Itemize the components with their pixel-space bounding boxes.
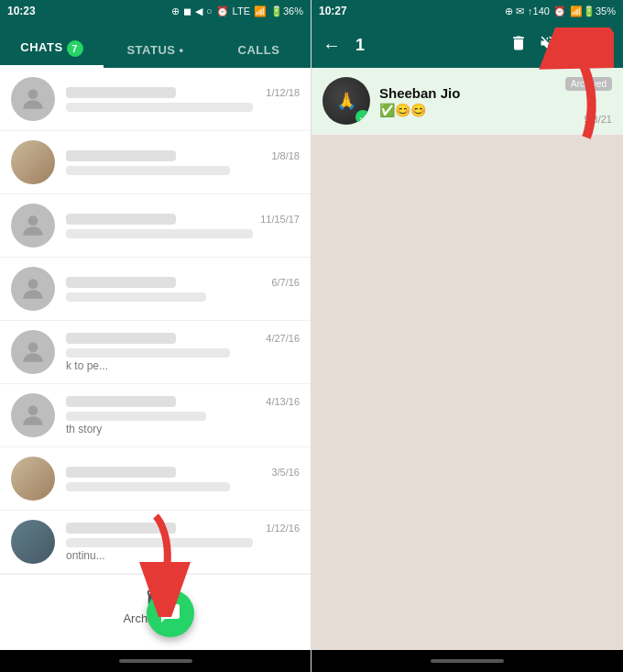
chat-list: 1/12/18 1/8/18 11/15/17 — [0, 68, 311, 650]
tab-status[interactable]: STATUS • — [104, 43, 207, 68]
back-button[interactable]: ← — [319, 31, 344, 60]
time-right: 10:27 — [319, 5, 347, 17]
chat-date: 1/8/18 — [271, 150, 300, 161]
chat-area — [312, 135, 623, 650]
archived-badge: Archived — [565, 77, 612, 91]
chat-name — [66, 150, 176, 161]
chat-content: 6/7/16 — [66, 277, 300, 302]
chat-name — [66, 467, 176, 478]
chat-preview — [66, 229, 253, 238]
status-bar-left: 10:23 ⊕ ◼ ◀ ○ ⏰ LTE 📶 🔋36% — [0, 0, 311, 22]
tab-chats[interactable]: CHATS7 — [0, 40, 104, 68]
chat-preview — [66, 348, 230, 358]
chat-date: 11/15/17 — [260, 214, 300, 225]
avatar — [11, 330, 55, 374]
chat-name — [66, 87, 176, 98]
svg-point-0 — [28, 89, 38, 99]
chat-name — [66, 277, 176, 288]
mute-icon[interactable] — [539, 34, 557, 57]
chat-item[interactable]: 6/7/16 — [0, 258, 311, 321]
chat-preview — [66, 538, 253, 547]
chat-item[interactable]: 1/12/16 ontinu... — [0, 511, 311, 574]
chat-name — [66, 333, 176, 344]
chat-date: 6/7/16 — [271, 277, 300, 288]
chat-content: 1/12/18 — [66, 87, 300, 112]
svg-point-4 — [28, 405, 38, 415]
chat-content: 11/15/17 — [66, 214, 300, 238]
contact-date: 5/3/21 — [584, 114, 612, 125]
chat-name — [66, 523, 176, 534]
chat-preview — [66, 166, 230, 175]
tab-calls[interactable]: CALLS — [207, 43, 311, 68]
chat-preview — [66, 292, 206, 302]
svg-point-2 — [28, 279, 38, 289]
selected-count: 1 — [355, 36, 504, 55]
chat-date: 4/27/16 — [266, 333, 300, 344]
chat-preview — [66, 103, 253, 112]
verified-badge — [355, 110, 370, 125]
svg-point-1 — [28, 215, 38, 226]
action-icons — [509, 34, 616, 57]
chat-name — [66, 396, 176, 407]
avatar — [11, 267, 55, 311]
chat-content: 4/13/16 th story — [66, 396, 300, 435]
chat-item[interactable]: 1/12/18 — [0, 68, 311, 131]
chat-date: 1/12/18 — [266, 87, 300, 98]
chat-name — [66, 214, 176, 225]
chat-item[interactable]: 4/27/16 k to pe... — [0, 321, 311, 384]
svg-point-3 — [28, 342, 38, 352]
chat-item[interactable]: 3/5/16 — [0, 447, 311, 511]
new-chat-fab[interactable] — [147, 589, 194, 637]
action-bar: ← 1 — [312, 22, 623, 68]
avatar — [11, 393, 55, 437]
nav-bar-left — [119, 659, 192, 663]
delete-icon[interactable] — [509, 34, 528, 57]
more-icon[interactable] — [597, 34, 616, 57]
status-bar-right: 10:27 ⊕ ✉ ↑140 ⏰ 📶🔋35% — [312, 0, 623, 22]
contact-status: ✅😊😊 — [379, 103, 612, 117]
avatar — [11, 520, 55, 564]
chat-preview — [66, 412, 206, 421]
chat-preview-text: th story — [66, 423, 300, 435]
chat-preview-text: k to pe... — [66, 359, 300, 372]
bottom-nav-right — [312, 650, 623, 672]
contact-item[interactable]: 🙏 Sheeban Jio ✅😊😊 Archived 5/3/21 — [312, 68, 623, 135]
tabs-bar: CHATS7 STATUS • CALLS — [0, 22, 311, 68]
chat-preview — [66, 482, 230, 491]
time-left: 10:23 — [7, 5, 36, 17]
status-icons-right: ⊕ ✉ ↑140 ⏰ 📶🔋35% — [505, 6, 616, 17]
avatar — [11, 204, 55, 248]
status-icons-left: ⊕ ◼ ◀ ○ ⏰ LTE 📶 🔋36% — [171, 6, 303, 17]
chat-item[interactable]: 11/15/17 — [0, 194, 311, 258]
chat-content: 1/12/16 ontinu... — [66, 523, 300, 562]
compose-icon — [159, 602, 181, 624]
chat-date: 3/5/16 — [271, 467, 300, 478]
avatar — [11, 77, 55, 121]
archive-icon[interactable] — [568, 34, 586, 57]
chat-item[interactable]: 4/13/16 th story — [0, 384, 311, 447]
chat-content: 3/5/16 — [66, 467, 300, 491]
nav-bar-right — [431, 659, 504, 663]
chat-content: 4/27/16 k to pe... — [66, 333, 300, 372]
bottom-nav-left — [0, 650, 311, 672]
avatar — [11, 457, 55, 501]
chat-preview-text: ontinu... — [66, 549, 300, 562]
chat-date: 4/13/16 — [266, 396, 300, 407]
avatar — [11, 140, 55, 184]
chat-item[interactable]: 1/8/18 — [0, 131, 311, 194]
contact-avatar: 🙏 — [322, 77, 370, 125]
chat-date: 1/12/16 — [266, 523, 300, 534]
chat-content: 1/8/18 — [66, 150, 300, 175]
